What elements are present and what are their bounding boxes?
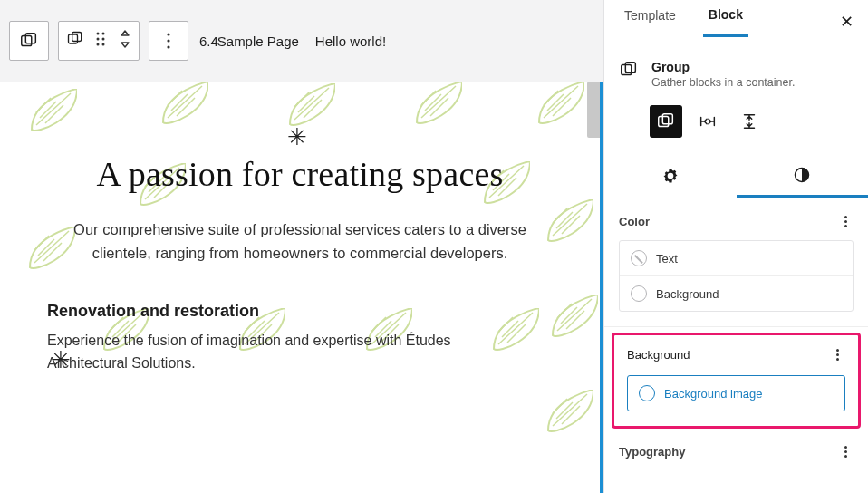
tab-template[interactable]: Template bbox=[619, 8, 681, 35]
block-card: Group Gather blocks in a container. bbox=[604, 44, 868, 94]
toolbar-drag-move-group bbox=[58, 21, 140, 61]
group-variation-picker bbox=[604, 94, 868, 154]
svg-rect-0 bbox=[22, 36, 32, 46]
move-up-down-icon[interactable] bbox=[119, 29, 131, 53]
hero-section: A passion for creating spaces Our compre… bbox=[0, 82, 600, 266]
block-title: Group bbox=[651, 60, 795, 74]
gear-icon bbox=[661, 167, 680, 185]
inspector-tab-settings[interactable] bbox=[604, 154, 737, 198]
settings-sidebar: Template Block ✕ Group Gather blocks in … bbox=[603, 0, 868, 493]
svg-rect-15 bbox=[659, 117, 669, 127]
panel-title: Color bbox=[619, 215, 650, 228]
hero-heading[interactable]: A passion for creating spaces bbox=[0, 154, 600, 194]
toolbar-group-icon-button[interactable] bbox=[9, 21, 49, 61]
close-sidebar-button[interactable]: ✕ bbox=[840, 14, 854, 30]
styles-icon bbox=[793, 166, 811, 184]
sidebar-tabs: Template Block ✕ bbox=[604, 0, 868, 44]
svg-point-5 bbox=[102, 33, 105, 35]
nav-link[interactable]: Sample Page bbox=[217, 34, 299, 49]
panel-typography: Typography bbox=[604, 429, 868, 459]
inspector-tabs bbox=[604, 154, 868, 198]
svg-point-10 bbox=[167, 33, 169, 35]
nav-link[interactable]: Hello world! bbox=[315, 34, 386, 49]
svg-rect-13 bbox=[622, 65, 632, 75]
svg-point-6 bbox=[97, 38, 100, 41]
drag-handle-icon[interactable] bbox=[95, 31, 108, 51]
swatch-none-icon bbox=[631, 250, 647, 266]
inspector-tab-styles[interactable] bbox=[737, 154, 869, 198]
svg-point-4 bbox=[97, 33, 100, 35]
editor-topbar: 6.4 Sample Page Hello world! bbox=[0, 0, 603, 82]
panel-title: Typography bbox=[619, 445, 685, 459]
color-row-text[interactable]: Text bbox=[620, 241, 853, 276]
tab-block[interactable]: Block bbox=[703, 7, 748, 37]
panel-menu-button[interactable] bbox=[837, 213, 854, 229]
color-row-label: Background bbox=[656, 287, 719, 301]
svg-point-9 bbox=[102, 44, 105, 46]
toolbar-more-button[interactable] bbox=[149, 21, 188, 61]
background-image-row[interactable]: Background image bbox=[627, 375, 845, 411]
swatch-empty-icon bbox=[639, 385, 655, 401]
section-body[interactable]: Experience the fusion of imagination and… bbox=[47, 330, 518, 375]
site-nav-links: Sample Page Hello world! bbox=[217, 34, 386, 49]
svg-point-8 bbox=[97, 44, 100, 46]
swatch-empty-icon bbox=[631, 285, 647, 302]
section-heading[interactable]: Renovation and restoration bbox=[47, 302, 553, 321]
hero-subtext[interactable]: Our comprehensive suite of professional … bbox=[64, 218, 535, 266]
variation-stack[interactable] bbox=[733, 105, 766, 138]
variation-group[interactable] bbox=[650, 105, 682, 138]
svg-point-7 bbox=[102, 38, 105, 41]
svg-point-12 bbox=[167, 45, 169, 48]
svg-rect-16 bbox=[662, 114, 672, 124]
panel-menu-button[interactable] bbox=[837, 443, 854, 459]
block-description: Gather blocks in a container. bbox=[651, 76, 795, 89]
more-vertical-icon bbox=[167, 33, 170, 49]
svg-rect-1 bbox=[25, 34, 35, 44]
panel-menu-button[interactable] bbox=[829, 346, 845, 362]
svg-rect-3 bbox=[72, 33, 82, 42]
variation-row[interactable] bbox=[691, 105, 724, 138]
svg-rect-2 bbox=[69, 34, 78, 44]
panel-color: Color Text Background bbox=[604, 198, 868, 327]
group-icon bbox=[19, 31, 39, 51]
panel-title: Background bbox=[627, 348, 690, 362]
group-icon bbox=[619, 60, 639, 89]
group-icon bbox=[66, 30, 84, 52]
background-image-label: Background image bbox=[664, 387, 762, 401]
svg-point-11 bbox=[167, 39, 169, 42]
editor-canvas[interactable]: ✳ ✳ A passion for creating spaces Our co… bbox=[0, 82, 603, 493]
editor-main: 6.4 Sample Page Hello world! bbox=[0, 0, 603, 493]
wp-version-label: 6.4 bbox=[199, 34, 218, 49]
color-row-background[interactable]: Background bbox=[620, 276, 853, 311]
panel-background-highlight: Background Background image bbox=[612, 333, 861, 429]
color-row-label: Text bbox=[656, 252, 678, 266]
services-section: Renovation and restoration Experience th… bbox=[0, 266, 600, 375]
svg-rect-14 bbox=[625, 63, 635, 72]
